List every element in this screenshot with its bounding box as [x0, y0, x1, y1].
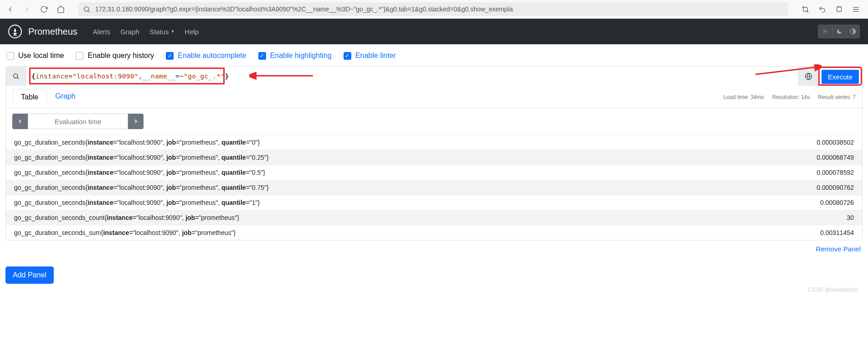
metric-cell: go_gc_duration_seconds_sum{instance="loc…	[14, 229, 236, 236]
metric-cell: go_gc_duration_seconds{instance="localho…	[14, 139, 260, 146]
back-icon[interactable]	[6, 5, 14, 13]
table-row: go_gc_duration_seconds{instance="localho…	[6, 165, 862, 180]
value-cell: 0.00311454	[820, 229, 854, 236]
theme-dark-icon[interactable]	[832, 25, 846, 38]
reload-icon[interactable]	[40, 5, 48, 13]
meta-result-series: Result series: 7	[818, 94, 856, 100]
opt-enable-autocomplete[interactable]: Enable autocomplete	[166, 52, 246, 60]
value-cell: 0.000078592	[817, 169, 854, 176]
nav-help[interactable]: Help	[185, 28, 199, 36]
nav-graph[interactable]: Graph	[120, 28, 139, 36]
prometheus-navbar: Prometheus Alerts Graph Status▼ Help	[0, 19, 868, 44]
theme-settings-icon[interactable]	[818, 25, 832, 38]
browser-toolbar	[0, 0, 868, 19]
format-expression-button[interactable]	[798, 67, 818, 86]
caret-down-icon: ▼	[170, 29, 175, 34]
checkbox-icon	[258, 52, 266, 60]
eval-time-next-button[interactable]	[128, 114, 144, 129]
svg-point-7	[13, 74, 17, 78]
table-row: go_gc_duration_seconds{instance="localho…	[6, 180, 862, 195]
result-table: go_gc_duration_seconds{instance="localho…	[6, 135, 862, 240]
undo-icon[interactable]	[818, 5, 826, 13]
opt-use-local-time[interactable]: Use local time	[6, 52, 64, 60]
opt-enable-query-history[interactable]: Enable query history	[76, 52, 154, 60]
nav-status[interactable]: Status▼	[149, 28, 175, 36]
metric-cell: go_gc_duration_seconds{instance="localho…	[14, 154, 269, 161]
meta-resolution: Resolution: 14s	[772, 94, 810, 100]
menu-icon[interactable]	[852, 5, 860, 13]
checkbox-icon	[344, 52, 351, 60]
remove-panel-link[interactable]: Remove Panel	[816, 245, 861, 253]
tab-table[interactable]: Table	[12, 89, 47, 106]
evaluation-time-input[interactable]	[28, 114, 128, 129]
execute-button[interactable]: Execute	[822, 70, 859, 84]
tab-graph[interactable]: Graph	[47, 89, 83, 106]
evaluation-time-row	[6, 108, 862, 135]
extension-icon[interactable]	[835, 5, 843, 13]
checkbox-icon	[166, 52, 174, 60]
svg-point-5	[824, 31, 826, 32]
query-panel: {instance="localhost:9090",__name__=~"go…	[5, 66, 863, 240]
metric-cell: go_gc_duration_seconds{instance="localho…	[14, 169, 265, 176]
checkbox-icon	[6, 52, 14, 60]
value-cell: 0.000090762	[817, 184, 854, 191]
execute-wrap: Execute	[818, 67, 862, 86]
brand-text: Prometheus	[28, 26, 77, 37]
value-cell: 0.000068749	[817, 154, 854, 161]
metrics-explorer-button[interactable]	[6, 67, 26, 86]
svg-rect-1	[837, 7, 842, 11]
table-row: go_gc_duration_seconds{instance="localho…	[6, 150, 862, 165]
opt-enable-highlighting[interactable]: Enable highlighting	[258, 52, 332, 60]
metric-cell: go_gc_duration_seconds{instance="localho…	[14, 199, 260, 206]
table-row: go_gc_duration_seconds{instance="localho…	[6, 195, 862, 210]
annotation-arrow-icon	[249, 67, 318, 85]
value-cell: 0.00080726	[820, 199, 854, 206]
meta-load-time: Load time: 34ms	[724, 94, 764, 100]
crop-icon[interactable]	[801, 5, 809, 13]
theme-contrast-icon[interactable]	[846, 25, 859, 38]
expression-input[interactable]: {instance="localhost:9090",__name__=~"go…	[26, 67, 798, 86]
value-cell: 30	[847, 214, 854, 221]
nav-alerts[interactable]: Alerts	[93, 28, 110, 36]
checkbox-icon	[76, 52, 83, 60]
svg-point-0	[84, 6, 89, 11]
table-row: go_gc_duration_seconds{instance="localho…	[6, 135, 862, 150]
add-panel-button[interactable]: Add Panel	[5, 266, 54, 284]
url-bar[interactable]	[78, 2, 788, 16]
url-input[interactable]	[95, 5, 783, 13]
expression-row: {instance="localhost:9090",__name__=~"go…	[6, 67, 862, 86]
metric-cell: go_gc_duration_seconds{instance="localho…	[14, 184, 269, 191]
table-row: go_gc_duration_seconds_sum{instance="loc…	[6, 225, 862, 240]
eval-time-prev-button[interactable]	[12, 114, 28, 129]
expression-text: {instance="localhost:9090",__name__=~"go…	[30, 73, 229, 80]
table-row: go_gc_duration_seconds_count{instance="l…	[6, 210, 862, 225]
metric-cell: go_gc_duration_seconds_count{instance="l…	[14, 214, 239, 221]
theme-switcher	[818, 25, 860, 38]
search-glyph-icon	[83, 5, 91, 13]
value-cell: 0.000038502	[817, 139, 854, 146]
opt-enable-linter[interactable]: Enable linter	[344, 52, 396, 60]
forward-icon[interactable]	[23, 5, 31, 13]
home-icon[interactable]	[57, 5, 65, 13]
remove-panel-link-wrap: Remove Panel	[0, 240, 868, 253]
result-meta: Load time: 34ms Resolution: 14s Result s…	[724, 94, 856, 100]
prometheus-logo-icon	[8, 25, 22, 38]
brand[interactable]: Prometheus	[8, 25, 77, 38]
options-row: Use local time Enable query history Enab…	[0, 44, 868, 66]
result-tabs: Table Graph	[12, 89, 84, 106]
